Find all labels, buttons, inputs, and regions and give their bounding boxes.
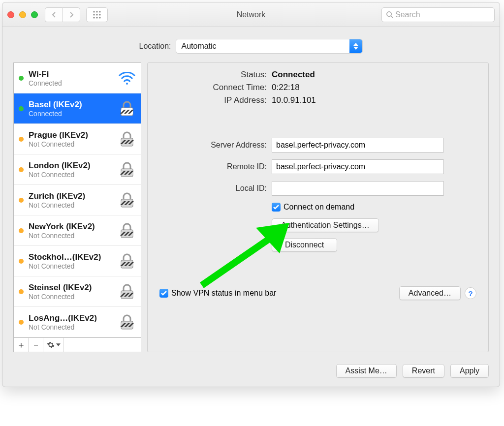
local-id-input[interactable] bbox=[272, 181, 444, 196]
add-connection-button[interactable]: ＋ bbox=[14, 338, 29, 352]
connection-status: Not Connected bbox=[29, 171, 117, 179]
status-dot-icon bbox=[19, 289, 24, 294]
minimize-window-button[interactable] bbox=[19, 11, 26, 18]
location-select[interactable]: Automatic bbox=[176, 39, 363, 54]
authentication-settings-button[interactable]: Authentication Settings… bbox=[272, 218, 379, 232]
connect-on-demand-label: Connect on demand bbox=[284, 203, 354, 212]
gear-icon bbox=[47, 341, 55, 349]
vpn-lock-icon bbox=[117, 162, 137, 178]
connection-name: LosAng…(IKEv2) bbox=[29, 313, 117, 323]
ip-address-value: 10.0.91.101 bbox=[272, 95, 316, 105]
connection-name: Basel (IKEv2) bbox=[29, 100, 117, 110]
nav-buttons bbox=[45, 7, 80, 22]
vpn-lock-icon bbox=[117, 314, 137, 330]
zoom-window-button[interactable] bbox=[31, 11, 38, 18]
connection-item[interactable]: Wi-Fi Connected bbox=[14, 63, 141, 93]
connection-status: Not Connected bbox=[29, 293, 117, 301]
connection-status: Not Connected bbox=[29, 232, 117, 240]
location-row: Location: Automatic bbox=[2, 27, 500, 62]
content-area: Wi-Fi Connected Basel (IKEv2) Connected … bbox=[2, 62, 500, 359]
connection-status: Not Connected bbox=[29, 323, 117, 331]
connect-on-demand-row: Connect on demand bbox=[272, 203, 476, 212]
server-address-input[interactable] bbox=[272, 138, 444, 152]
connection-item[interactable]: NewYork (IKEv2) Not Connected bbox=[14, 215, 141, 246]
connection-item[interactable]: Zurich (IKEv2) Not Connected bbox=[14, 185, 141, 215]
connection-name: Prague (IKEv2) bbox=[29, 130, 117, 140]
connection-item[interactable]: Prague (IKEv2) Not Connected bbox=[14, 124, 141, 154]
chevron-right-icon bbox=[69, 11, 74, 18]
server-address-label: Server Address: bbox=[159, 141, 267, 150]
svg-point-11 bbox=[126, 83, 128, 85]
vpn-lock-icon bbox=[117, 253, 137, 269]
chevron-down-icon bbox=[56, 343, 61, 346]
connection-item[interactable]: LosAng…(IKEv2) Not Connected bbox=[14, 307, 141, 337]
connection-name: Steinsel (IKEv2) bbox=[29, 283, 117, 293]
svg-point-3 bbox=[94, 14, 95, 15]
wifi-icon bbox=[117, 72, 137, 85]
connection-list[interactable]: Wi-Fi Connected Basel (IKEv2) Connected … bbox=[13, 62, 141, 337]
status-dot-icon bbox=[19, 106, 24, 111]
show-all-prefs-button[interactable] bbox=[86, 7, 108, 22]
nav-forward-button[interactable] bbox=[63, 7, 80, 22]
connection-item[interactable]: Steinsel (IKEv2) Not Connected bbox=[14, 276, 141, 307]
search-field[interactable]: Search bbox=[381, 7, 495, 22]
connection-status: Not Connected bbox=[29, 262, 117, 270]
status-dot-icon bbox=[19, 167, 24, 172]
connection-status: Not Connected bbox=[29, 201, 117, 209]
disconnect-button[interactable]: Disconnect bbox=[272, 238, 337, 252]
svg-line-10 bbox=[391, 16, 393, 18]
connection-text: LosAng…(IKEv2) Not Connected bbox=[29, 313, 117, 331]
search-icon bbox=[386, 11, 393, 18]
connection-item[interactable]: London (IKEv2) Not Connected bbox=[14, 154, 141, 185]
help-button[interactable]: ? bbox=[465, 287, 476, 299]
show-vpn-menubar-checkbox[interactable] bbox=[159, 289, 168, 298]
check-icon bbox=[161, 291, 167, 296]
revert-button[interactable]: Revert bbox=[403, 364, 444, 378]
connection-text: Stockhol…(IKEv2) Not Connected bbox=[29, 252, 117, 270]
vpn-lock-icon bbox=[117, 131, 137, 147]
connect-on-demand-checkbox[interactable] bbox=[272, 203, 281, 212]
connection-status: Not Connected bbox=[29, 140, 117, 148]
remote-id-input[interactable] bbox=[272, 159, 444, 174]
status-dot-icon bbox=[19, 198, 24, 203]
svg-point-6 bbox=[94, 17, 95, 18]
nav-back-button[interactable] bbox=[45, 7, 63, 22]
vpn-lock-icon bbox=[117, 192, 137, 208]
connection-detail-panel: Status: Connected Connect Time: 0:22:18 … bbox=[147, 62, 489, 352]
connection-text: Steinsel (IKEv2) Not Connected bbox=[29, 283, 117, 301]
location-label: Location: bbox=[139, 42, 171, 51]
advanced-button[interactable]: Advanced… bbox=[399, 286, 461, 300]
grid-icon bbox=[93, 10, 101, 19]
connection-status: Connected bbox=[29, 110, 117, 118]
search-placeholder: Search bbox=[395, 10, 420, 19]
connection-actions-button[interactable] bbox=[43, 338, 64, 352]
status-dot-icon bbox=[19, 76, 24, 81]
connection-item[interactable]: Stockhol…(IKEv2) Not Connected bbox=[14, 246, 141, 276]
footer-buttons: Assist Me… Revert Apply bbox=[2, 359, 500, 387]
connect-time-label: Connect Time: bbox=[159, 83, 267, 92]
remove-connection-button[interactable]: － bbox=[29, 338, 43, 352]
status-dot-icon bbox=[19, 137, 24, 142]
connection-text: London (IKEv2) Not Connected bbox=[29, 161, 117, 179]
svg-point-5 bbox=[99, 14, 101, 15]
connection-name: Wi-Fi bbox=[29, 69, 117, 79]
connection-name: London (IKEv2) bbox=[29, 161, 117, 171]
network-preferences-window: Network Search Location: Automatic Wi-Fi… bbox=[2, 2, 500, 387]
status-dot-icon bbox=[19, 228, 24, 233]
show-vpn-menubar-label: Show VPN status in menu bar bbox=[171, 289, 276, 298]
svg-point-9 bbox=[387, 12, 391, 16]
connection-toolbar: ＋ － bbox=[13, 337, 141, 352]
svg-point-4 bbox=[96, 14, 98, 15]
traffic-lights bbox=[7, 11, 38, 18]
vpn-lock-icon bbox=[117, 101, 137, 117]
connection-name: Zurich (IKEv2) bbox=[29, 191, 117, 201]
ip-address-label: IP Address: bbox=[159, 95, 267, 105]
connection-item[interactable]: Basel (IKEv2) Connected bbox=[14, 93, 141, 124]
connection-text: Prague (IKEv2) Not Connected bbox=[29, 130, 117, 148]
apply-button[interactable]: Apply bbox=[450, 364, 489, 378]
close-window-button[interactable] bbox=[7, 11, 14, 18]
connection-text: Wi-Fi Connected bbox=[29, 69, 117, 87]
assist-me-button[interactable]: Assist Me… bbox=[336, 364, 397, 378]
check-icon bbox=[273, 205, 279, 210]
select-stepper-icon bbox=[349, 39, 362, 53]
